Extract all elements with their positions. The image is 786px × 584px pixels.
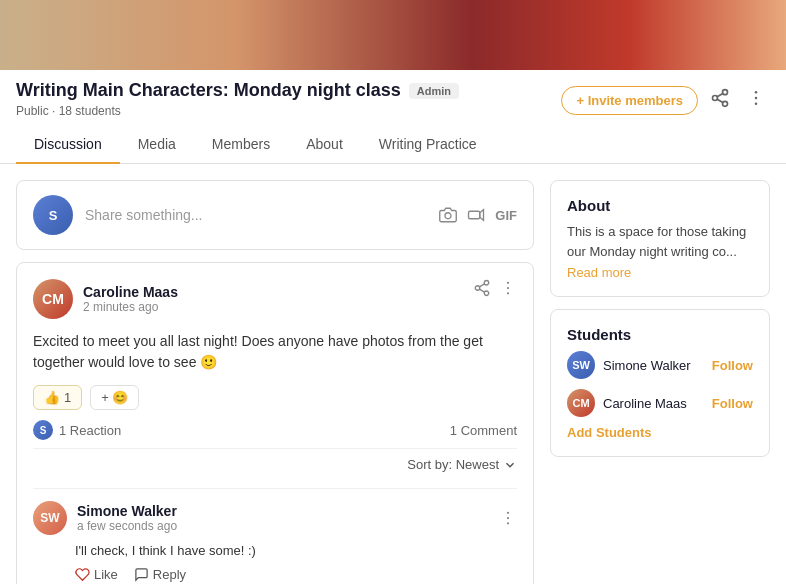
more-options-button[interactable] [742, 84, 770, 117]
invite-members-button[interactable]: + Invite members [561, 86, 698, 115]
share-placeholder[interactable]: Share something... [85, 207, 203, 223]
post-more-icon[interactable] [499, 279, 517, 297]
post-body: Excited to meet you all last night! Does… [33, 331, 517, 373]
add-students-link[interactable]: Add Students [567, 425, 753, 440]
comment-body: I'll check, I think I have some! :) [33, 541, 517, 561]
share-box-left: S Share something... [33, 195, 203, 235]
post-author-name: Caroline Maas [83, 284, 178, 300]
reaction-avatar: S [33, 420, 53, 440]
svg-point-20 [507, 517, 509, 519]
share-icon [710, 88, 730, 108]
add-reaction-button[interactable]: + 😊 [90, 385, 139, 410]
sort-bar: Sort by: Newest [33, 448, 517, 480]
comment-author: SW Simone Walker a few seconds ago [33, 501, 177, 535]
post-header-actions [473, 279, 517, 297]
svg-point-7 [755, 103, 758, 106]
comment: SW Simone Walker a few seconds ago I'll … [33, 488, 517, 582]
camera-icon [439, 206, 457, 224]
post-author-avatar: CM [33, 279, 73, 319]
svg-point-12 [475, 286, 480, 291]
gif-button[interactable]: GIF [495, 208, 517, 223]
student-simone-name: Simone Walker [603, 358, 691, 373]
group-subtitle: Public · 18 students [16, 104, 459, 118]
header-actions: + Invite members [561, 84, 770, 117]
svg-line-15 [479, 284, 484, 287]
svg-point-16 [507, 282, 509, 284]
video-button[interactable] [467, 206, 485, 224]
heart-icon [75, 567, 90, 582]
svg-point-21 [507, 522, 509, 524]
students-card-title: Students [567, 326, 753, 343]
student-simone-info: SW Simone Walker [567, 351, 691, 379]
cover-image [0, 0, 786, 70]
about-card-title: About [567, 197, 753, 214]
share-actions: GIF [439, 206, 517, 224]
share-box: S Share something... GIF [16, 180, 534, 250]
student-item: CM Caroline Maas Follow [567, 389, 753, 417]
student-caroline-info: CM Caroline Maas [567, 389, 687, 417]
svg-point-18 [507, 292, 509, 294]
tab-writing-practice[interactable]: Writing Practice [361, 126, 495, 164]
svg-point-8 [445, 213, 451, 219]
comment-actions: Like Reply [33, 567, 517, 582]
svg-line-4 [717, 93, 723, 96]
tab-members[interactable]: Members [194, 126, 288, 164]
post-author: CM Caroline Maas 2 minutes ago [33, 279, 178, 319]
student-list: SW Simone Walker Follow CM Caroline Maas… [567, 351, 753, 417]
comment-header: SW Simone Walker a few seconds ago [33, 501, 517, 535]
post-footer: S 1 Reaction 1 Comment [33, 420, 517, 440]
students-card: Students SW Simone Walker Follow CM Caro… [550, 309, 770, 457]
reaction-text: 1 Reaction [59, 423, 121, 438]
about-card-text: This is a space for those taking our Mon… [567, 222, 753, 261]
camera-button[interactable] [439, 206, 457, 224]
svg-point-19 [507, 512, 509, 514]
video-icon [467, 206, 485, 224]
student-caroline-name: Caroline Maas [603, 396, 687, 411]
comment-count: 1 Comment [450, 423, 517, 438]
svg-rect-9 [469, 211, 480, 219]
svg-point-13 [484, 291, 489, 296]
reply-icon [134, 567, 149, 582]
add-reaction-label: + 😊 [101, 390, 128, 405]
svg-point-17 [507, 287, 509, 289]
follow-simone-button[interactable]: Follow [712, 358, 753, 373]
right-column: About This is a space for those taking o… [550, 180, 770, 457]
group-name: Writing Main Characters: Monday night cl… [16, 80, 401, 101]
left-column: S Share something... GIF CM [16, 180, 534, 584]
read-more-link[interactable]: Read more [567, 265, 753, 280]
post-share-icon[interactable] [473, 279, 491, 297]
reply-label: Reply [153, 567, 186, 582]
chevron-down-icon [503, 458, 517, 472]
post-footer-left: S 1 Reaction [33, 420, 121, 440]
follow-caroline-button[interactable]: Follow [712, 396, 753, 411]
main-layout: S Share something... GIF CM [0, 164, 786, 584]
comment-author-name: Simone Walker [77, 503, 177, 519]
student-caroline-avatar: CM [567, 389, 595, 417]
sort-label[interactable]: Sort by: Newest [407, 457, 499, 472]
comment-time: a few seconds ago [77, 519, 177, 533]
nav-tabs: Discussion Media Members About Writing P… [0, 126, 786, 164]
post-card: CM Caroline Maas 2 minutes ago Excited t… [16, 262, 534, 584]
tab-media[interactable]: Media [120, 126, 194, 164]
svg-line-14 [479, 289, 484, 292]
svg-point-6 [755, 97, 758, 100]
student-simone-avatar: SW [567, 351, 595, 379]
more-dots-icon [746, 88, 766, 108]
comment-more-icon[interactable] [499, 509, 517, 527]
like-button[interactable]: Like [75, 567, 118, 582]
group-title: Writing Main Characters: Monday night cl… [16, 80, 459, 101]
post-reactions: 👍 1 + 😊 [33, 385, 517, 410]
thumbs-up-reaction-button[interactable]: 👍 1 [33, 385, 82, 410]
tab-discussion[interactable]: Discussion [16, 126, 120, 164]
svg-point-11 [484, 281, 489, 286]
header-left: Writing Main Characters: Monday night cl… [16, 80, 459, 118]
about-card: About This is a space for those taking o… [550, 180, 770, 297]
svg-line-3 [717, 99, 723, 102]
thumbs-up-emoji: 👍 [44, 390, 60, 405]
tab-about[interactable]: About [288, 126, 361, 164]
reply-button[interactable]: Reply [134, 567, 186, 582]
admin-badge: Admin [409, 83, 459, 99]
share-icon-button[interactable] [706, 84, 734, 117]
post-author-info: Caroline Maas 2 minutes ago [83, 284, 178, 314]
page-header: Writing Main Characters: Monday night cl… [0, 70, 786, 118]
